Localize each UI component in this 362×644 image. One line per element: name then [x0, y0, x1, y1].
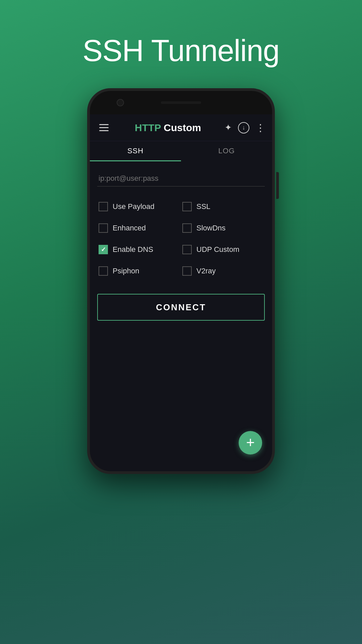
checkbox-psiphon[interactable] — [99, 266, 108, 276]
phone-top-bar — [90, 91, 272, 114]
label-enable-dns: Enable DNS — [113, 245, 153, 254]
download-icon[interactable] — [238, 122, 249, 133]
checkbox-row-slowdns: SlowDns — [181, 217, 265, 239]
checkbox-row-v2ray: V2ray — [181, 260, 265, 282]
checkbox-enhanced[interactable] — [99, 223, 108, 233]
label-slowdns: SlowDns — [196, 224, 226, 232]
phone-mockup: HTTP Custom SSH LOG — [87, 88, 275, 474]
camera — [117, 99, 124, 106]
checkbox-udp-custom[interactable] — [182, 245, 192, 254]
fab-add-button[interactable]: + — [239, 431, 262, 454]
label-use-payload: Use Payload — [113, 202, 155, 211]
tab-log[interactable]: LOG — [181, 141, 272, 161]
checkbox-row-enhanced: Enhanced — [97, 217, 181, 239]
label-enhanced: Enhanced — [113, 224, 146, 232]
app-bar: HTTP Custom — [90, 114, 272, 141]
app-title-http: HTTP — [135, 122, 161, 133]
content-area: Use Payload SSL Enhanced SlowDns — [90, 161, 272, 471]
side-button — [276, 172, 279, 199]
speaker — [161, 101, 201, 104]
checkbox-row-psiphon: Psiphon — [97, 260, 181, 282]
tab-ssh[interactable]: SSH — [90, 141, 181, 161]
checkbox-row-use-payload: Use Payload — [97, 196, 181, 217]
checkbox-v2ray[interactable] — [182, 266, 192, 276]
add-icon: + — [246, 435, 255, 450]
checkbox-slowdns[interactable] — [182, 223, 192, 233]
label-psiphon: Psiphon — [113, 267, 139, 275]
label-udp-custom: UDP Custom — [196, 245, 239, 254]
tab-bar: SSH LOG — [90, 141, 272, 161]
app-title: HTTP Custom — [111, 122, 225, 133]
app-title-custom: Custom — [161, 122, 201, 133]
checkbox-row-enable-dns: Enable DNS — [97, 239, 181, 260]
checkbox-grid: Use Payload SSL Enhanced SlowDns — [97, 196, 265, 282]
page-title: SSH Tunneling — [82, 34, 279, 68]
phone-screen: HTTP Custom SSH LOG — [90, 114, 272, 471]
star-icon[interactable] — [225, 122, 232, 133]
checkbox-row-udp-custom: UDP Custom — [181, 239, 265, 260]
checkbox-enable-dns[interactable] — [99, 245, 108, 254]
checkbox-use-payload[interactable] — [99, 202, 108, 211]
ssh-input-wrapper — [97, 171, 265, 186]
connect-button[interactable]: CONNECT — [97, 294, 265, 321]
more-options-icon[interactable] — [255, 122, 265, 133]
checkbox-ssl[interactable] — [182, 202, 192, 211]
label-v2ray: V2ray — [196, 267, 216, 275]
checkbox-row-ssl: SSL — [181, 196, 265, 217]
label-ssl: SSL — [196, 202, 210, 211]
phone-frame: HTTP Custom SSH LOG — [87, 88, 275, 474]
ssh-input[interactable] — [97, 171, 265, 186]
app-bar-icons — [225, 122, 265, 133]
hamburger-menu-button[interactable] — [97, 121, 111, 134]
